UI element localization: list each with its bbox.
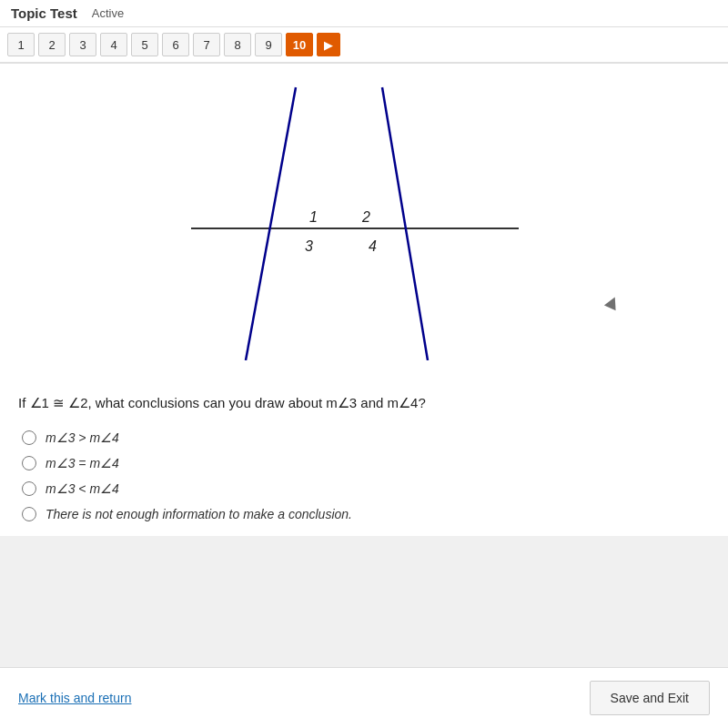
tab-3[interactable]: 3 <box>69 33 96 56</box>
cursor-indicator <box>604 295 621 311</box>
choice-c-text: m∠3 < m∠4 <box>46 481 119 496</box>
choice-c[interactable]: m∠3 < m∠4 <box>22 481 710 496</box>
svg-text:4: 4 <box>369 238 377 254</box>
question-area: If ∠1 ≅ ∠2, what conclusions can you dra… <box>0 384 728 536</box>
next-button[interactable]: ▶ <box>317 33 340 56</box>
choice-b-text: m∠3 = m∠4 <box>46 456 119 470</box>
tab-10[interactable]: 10 <box>286 33 313 56</box>
choice-d-text: There is not enough information to make … <box>46 507 352 521</box>
radio-d[interactable] <box>22 507 36 521</box>
save-exit-button[interactable]: Save and Exit <box>590 681 710 715</box>
mark-return-link[interactable]: Mark this and return <box>18 691 132 705</box>
footer: Mark this and return Save and Exit <box>0 667 728 728</box>
question-nav: 1 2 3 4 5 6 7 8 9 10 ▶ <box>0 27 728 64</box>
svg-line-2 <box>382 87 428 360</box>
tab-6[interactable]: 6 <box>162 33 189 56</box>
question-text: If ∠1 ≅ ∠2, what conclusions can you dra… <box>18 393 710 414</box>
tab-1[interactable]: 1 <box>7 33 35 56</box>
choice-d[interactable]: There is not enough information to make … <box>22 507 710 521</box>
choice-a[interactable]: m∠3 > m∠4 <box>22 430 710 445</box>
tab-4[interactable]: 4 <box>100 33 127 56</box>
radio-c[interactable] <box>22 481 36 496</box>
svg-text:3: 3 <box>305 238 313 254</box>
answer-choices: m∠3 > m∠4 m∠3 = m∠4 m∠3 < m∠4 There is n… <box>22 430 710 521</box>
svg-text:2: 2 <box>361 209 370 225</box>
geometry-diagram: 1 2 3 4 <box>18 78 710 369</box>
tab-8[interactable]: 8 <box>224 33 251 56</box>
svg-text:1: 1 <box>309 209 318 225</box>
tab-2[interactable]: 2 <box>38 33 66 56</box>
page-title: Topic Test <box>11 5 77 21</box>
tab-5[interactable]: 5 <box>131 33 158 56</box>
status-badge: Active <box>92 6 124 20</box>
main-content: 1 2 3 4 <box>0 64 728 384</box>
header: Topic Test Active <box>0 0 728 27</box>
svg-line-1 <box>246 87 296 360</box>
choice-a-text: m∠3 > m∠4 <box>46 430 119 445</box>
radio-b[interactable] <box>22 456 36 470</box>
tab-7[interactable]: 7 <box>193 33 220 56</box>
radio-a[interactable] <box>22 430 36 445</box>
tab-9[interactable]: 9 <box>255 33 282 56</box>
choice-b[interactable]: m∠3 = m∠4 <box>22 456 710 470</box>
